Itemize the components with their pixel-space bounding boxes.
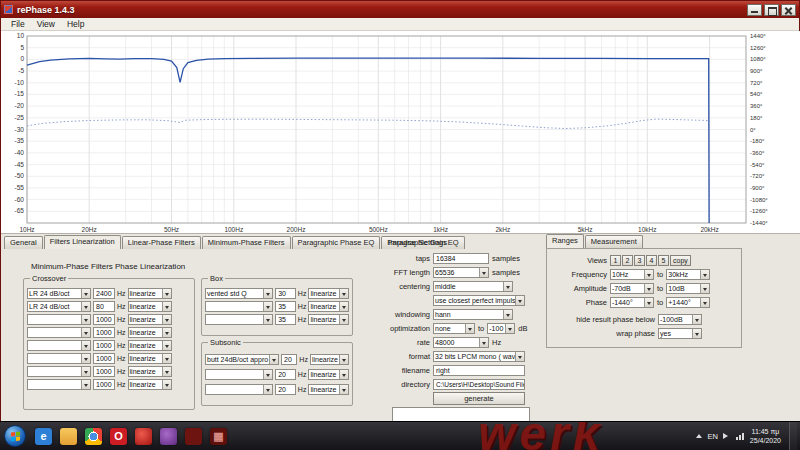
network-icon[interactable] xyxy=(736,432,745,441)
range-from-select[interactable]: -70dB xyxy=(610,283,654,294)
filter-type-select[interactable] xyxy=(27,340,91,351)
centering-select[interactable]: middle xyxy=(433,281,513,292)
title-bar[interactable]: rePhase 1.4.3 xyxy=(1,1,799,18)
filter-freq-input[interactable]: 1000 xyxy=(93,366,115,377)
view-button[interactable]: 5 xyxy=(658,255,669,266)
filter-mode-select[interactable]: linearize xyxy=(128,366,172,377)
close-button[interactable] xyxy=(781,4,796,16)
filter-freq-input[interactable]: 20 xyxy=(275,369,296,380)
generate-button[interactable]: generate xyxy=(433,392,525,405)
ranges-tab[interactable]: Ranges xyxy=(546,234,584,248)
wrap-phase-select[interactable]: yes xyxy=(658,328,702,339)
range-to-select[interactable]: +1440° xyxy=(666,297,710,308)
range-to-select[interactable]: 10dB xyxy=(666,283,710,294)
filter-freq-input[interactable]: 80 xyxy=(93,301,115,312)
view-button[interactable]: 4 xyxy=(646,255,657,266)
menu-item[interactable]: Help xyxy=(61,19,90,29)
filter-type-select[interactable] xyxy=(27,353,91,364)
chevron-down-icon xyxy=(339,370,348,379)
explorer-folder-icon[interactable] xyxy=(60,428,77,445)
view-button[interactable]: 3 xyxy=(634,255,645,266)
taskbar-clock[interactable]: 11:45 πμ 25/4/2020 xyxy=(750,427,781,445)
range-from-select[interactable]: 10Hz xyxy=(610,269,654,280)
tray-expand-icon[interactable] xyxy=(696,434,702,438)
ie-icon[interactable]: e xyxy=(35,428,52,445)
filter-freq-input[interactable]: 30 xyxy=(275,288,296,299)
filter-type-select[interactable]: butt 24dB/oct appro xyxy=(205,354,279,365)
directory-input[interactable]: C:\Users\H\Desktop\Sound Files xyxy=(433,379,525,390)
filter-mode-select[interactable]: linearize xyxy=(128,340,172,351)
main-tab[interactable]: General xyxy=(4,236,43,249)
view-button[interactable]: copy xyxy=(670,255,691,266)
filter-freq-input[interactable]: 1000 xyxy=(93,314,115,325)
filter-type-select[interactable] xyxy=(205,384,273,395)
windows-logo-icon xyxy=(11,431,20,441)
maximize-button[interactable] xyxy=(764,4,779,16)
maroon-app-icon[interactable] xyxy=(185,428,202,445)
fft-length-select[interactable]: 65536 xyxy=(433,267,489,278)
minimize-button[interactable] xyxy=(747,4,762,16)
optimization-select[interactable]: none xyxy=(433,323,475,334)
filter-mode-select[interactable]: linearize xyxy=(128,327,172,338)
filter-freq-input[interactable]: 35 xyxy=(275,301,296,312)
filter-mode-select[interactable]: linearize xyxy=(128,301,172,312)
filter-type-select[interactable]: LR 24 dB/oct xyxy=(27,288,91,299)
language-indicator[interactable]: EN xyxy=(707,432,717,441)
filter-mode-select[interactable]: linearize xyxy=(128,353,172,364)
ranges-tab[interactable]: Measurement xyxy=(585,235,643,248)
start-button[interactable] xyxy=(4,425,26,447)
filter-mode-select[interactable]: linearize xyxy=(308,384,349,395)
main-tab[interactable]: Filters Linearization xyxy=(44,235,121,249)
windowing-select[interactable]: hann xyxy=(433,309,513,320)
optimization-floor-select[interactable]: -100 xyxy=(487,323,515,334)
filter-mode-select[interactable]: linearize xyxy=(308,288,349,299)
filter-mode-select[interactable]: linearize xyxy=(310,354,349,365)
filter-type-select[interactable] xyxy=(205,369,273,380)
main-tab[interactable]: Minimum-Phase Filters xyxy=(202,236,291,249)
opera-icon[interactable]: O xyxy=(110,428,127,445)
filter-freq-input[interactable]: 35 xyxy=(275,314,296,325)
main-tab[interactable]: Linear-Phase Filters xyxy=(122,236,201,249)
filter-freq-input[interactable]: 20 xyxy=(275,384,296,395)
filter-mode-select[interactable]: linearize xyxy=(128,379,172,390)
menu-item[interactable]: View xyxy=(31,19,61,29)
centering-mode-select[interactable]: use closest perfect impulse xyxy=(433,295,525,306)
range-to-select[interactable]: 30kHz xyxy=(666,269,710,280)
filter-freq-input[interactable]: 1000 xyxy=(93,340,115,351)
filter-mode-select[interactable]: linearize xyxy=(308,369,349,380)
filter-type-select[interactable] xyxy=(205,314,273,325)
format-select[interactable]: 32 bits LPCM mono ( wav ) xyxy=(433,351,525,362)
hide-phase-select[interactable]: -100dB xyxy=(658,314,702,325)
response-graph[interactable]: 1050-5-10-15-20-25-30-35-40-45-50-55-60-… xyxy=(1,31,800,234)
show-desktop-button[interactable] xyxy=(789,422,797,450)
volume-icon[interactable] xyxy=(723,433,731,439)
filter-type-select[interactable] xyxy=(205,301,273,312)
filter-freq-input[interactable]: 1000 xyxy=(93,353,115,364)
filter-mode-select[interactable]: linearize xyxy=(308,314,349,325)
filter-type-select[interactable]: vented std Q xyxy=(205,288,273,299)
filter-type-select[interactable] xyxy=(27,379,91,390)
filter-type-select[interactable] xyxy=(27,314,91,325)
filter-type-select[interactable]: LR 24 dB/oct xyxy=(27,301,91,312)
main-tab[interactable]: Paragraphic Phase EQ xyxy=(292,236,381,249)
rate-select[interactable]: 48000 xyxy=(433,337,489,348)
range-from-select[interactable]: -1440° xyxy=(610,297,654,308)
chrome-icon[interactable] xyxy=(85,428,102,445)
filter-freq-input[interactable]: 1000 xyxy=(93,327,115,338)
filter-type-select[interactable] xyxy=(27,366,91,377)
filter-mode-select[interactable]: linearize xyxy=(308,301,349,312)
taps-input[interactable]: 16384 xyxy=(433,253,489,264)
filter-mode-select[interactable]: linearize xyxy=(128,288,172,299)
view-button[interactable]: 1 xyxy=(610,255,621,266)
purple-app-icon[interactable] xyxy=(160,428,177,445)
filter-mode-select[interactable]: linearize xyxy=(128,314,172,325)
filter-freq-input[interactable]: 2400 xyxy=(93,288,115,299)
maroon-grid-app-icon[interactable]: ▦ xyxy=(210,428,227,445)
filter-freq-input[interactable]: 20 xyxy=(281,354,297,365)
filename-input[interactable]: right xyxy=(433,365,525,376)
menu-item[interactable]: File xyxy=(5,19,31,29)
view-button[interactable]: 2 xyxy=(622,255,633,266)
filter-freq-input[interactable]: 1000 xyxy=(93,379,115,390)
red-app-icon[interactable] xyxy=(135,428,152,445)
filter-type-select[interactable] xyxy=(27,327,91,338)
